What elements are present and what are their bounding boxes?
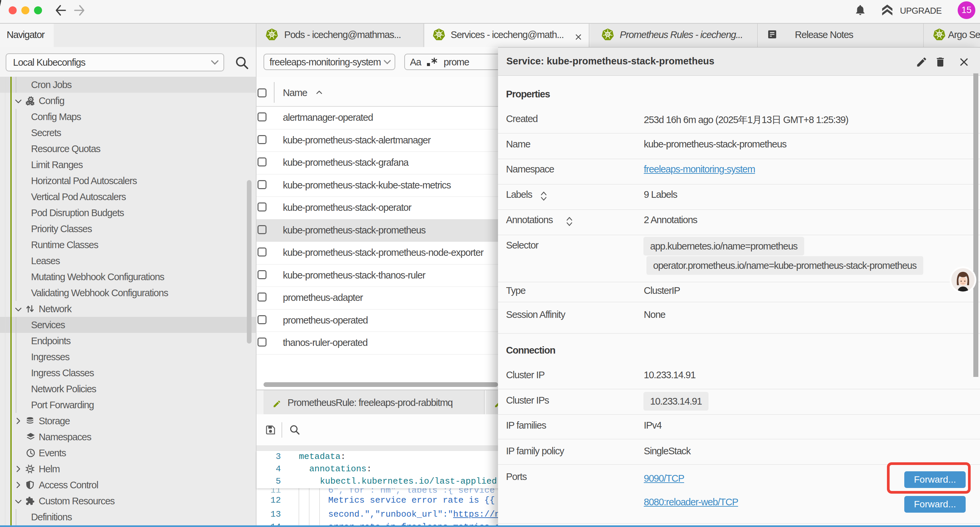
svg-text:HELM: HELM	[29, 468, 32, 470]
